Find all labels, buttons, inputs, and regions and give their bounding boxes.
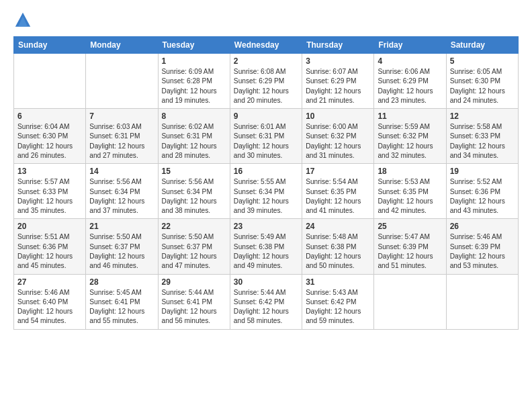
logo	[13, 11, 35, 30]
calendar-cell: 24Sunrise: 5:48 AM Sunset: 6:38 PM Dayli…	[302, 219, 374, 274]
day-info: Sunrise: 5:43 AM Sunset: 6:42 PM Dayligh…	[306, 288, 370, 326]
calendar-cell: 19Sunrise: 5:52 AM Sunset: 6:36 PM Dayli…	[446, 164, 518, 219]
day-header: Monday	[86, 37, 158, 54]
day-info: Sunrise: 5:55 AM Sunset: 6:34 PM Dayligh…	[234, 177, 298, 216]
day-info: Sunrise: 6:01 AM Sunset: 6:31 PM Dayligh…	[234, 122, 298, 161]
calendar-cell: 12Sunrise: 5:58 AM Sunset: 6:33 PM Dayli…	[446, 109, 518, 164]
day-number: 29	[162, 277, 226, 287]
calendar-cell: 15Sunrise: 5:56 AM Sunset: 6:34 PM Dayli…	[158, 164, 230, 219]
calendar-cell: 20Sunrise: 5:51 AM Sunset: 6:36 PM Dayli…	[14, 219, 86, 274]
calendar-cell: 2Sunrise: 6:08 AM Sunset: 6:29 PM Daylig…	[230, 54, 302, 109]
calendar-cell: 21Sunrise: 5:50 AM Sunset: 6:37 PM Dayli…	[86, 219, 158, 274]
day-info: Sunrise: 5:54 AM Sunset: 6:35 PM Dayligh…	[306, 177, 370, 216]
calendar-cell: 18Sunrise: 5:53 AM Sunset: 6:35 PM Dayli…	[374, 164, 446, 219]
day-number: 16	[234, 167, 298, 176]
day-info: Sunrise: 6:08 AM Sunset: 6:29 PM Dayligh…	[234, 67, 298, 105]
calendar-cell: 23Sunrise: 5:49 AM Sunset: 6:38 PM Dayli…	[230, 219, 302, 274]
calendar-cell: 7Sunrise: 6:03 AM Sunset: 6:31 PM Daylig…	[86, 109, 158, 164]
day-info: Sunrise: 5:53 AM Sunset: 6:35 PM Dayligh…	[378, 177, 442, 216]
day-number: 6	[17, 111, 82, 121]
logo-icon	[13, 11, 32, 30]
day-number: 15	[162, 167, 226, 176]
day-info: Sunrise: 6:07 AM Sunset: 6:29 PM Dayligh…	[306, 67, 370, 105]
week-row: 6Sunrise: 6:04 AM Sunset: 6:30 PM Daylig…	[14, 109, 519, 164]
week-row: 27Sunrise: 5:46 AM Sunset: 6:40 PM Dayli…	[14, 274, 519, 329]
week-row: 20Sunrise: 5:51 AM Sunset: 6:36 PM Dayli…	[14, 219, 519, 274]
calendar-cell: 4Sunrise: 6:06 AM Sunset: 6:29 PM Daylig…	[374, 54, 446, 109]
page: SundayMondayTuesdayWednesdayThursdayFrid…	[0, 0, 532, 411]
calendar-cell: 25Sunrise: 5:47 AM Sunset: 6:39 PM Dayli…	[374, 219, 446, 274]
day-number: 9	[234, 111, 298, 121]
calendar-cell: 30Sunrise: 5:44 AM Sunset: 6:42 PM Dayli…	[230, 274, 302, 329]
day-info: Sunrise: 5:50 AM Sunset: 6:37 PM Dayligh…	[89, 232, 154, 271]
calendar-cell: 3Sunrise: 6:07 AM Sunset: 6:29 PM Daylig…	[302, 54, 374, 109]
day-number: 31	[306, 277, 370, 287]
day-info: Sunrise: 5:44 AM Sunset: 6:41 PM Dayligh…	[162, 288, 226, 326]
calendar-cell	[14, 54, 86, 109]
day-info: Sunrise: 5:47 AM Sunset: 6:39 PM Dayligh…	[378, 232, 442, 271]
calendar-cell: 14Sunrise: 5:56 AM Sunset: 6:34 PM Dayli…	[86, 164, 158, 219]
day-number: 20	[17, 222, 82, 231]
day-info: Sunrise: 6:02 AM Sunset: 6:31 PM Dayligh…	[162, 122, 226, 161]
day-info: Sunrise: 5:45 AM Sunset: 6:41 PM Dayligh…	[89, 288, 154, 326]
calendar-cell: 11Sunrise: 5:59 AM Sunset: 6:32 PM Dayli…	[374, 109, 446, 164]
day-number: 17	[306, 167, 370, 176]
day-number: 5	[450, 56, 515, 66]
day-info: Sunrise: 5:59 AM Sunset: 6:32 PM Dayligh…	[378, 122, 442, 161]
calendar-cell: 13Sunrise: 5:57 AM Sunset: 6:33 PM Dayli…	[14, 164, 86, 219]
day-info: Sunrise: 6:04 AM Sunset: 6:30 PM Dayligh…	[17, 122, 82, 161]
day-number: 27	[17, 277, 82, 287]
week-row: 1Sunrise: 6:09 AM Sunset: 6:28 PM Daylig…	[14, 54, 519, 109]
day-number: 22	[162, 222, 226, 231]
day-info: Sunrise: 5:44 AM Sunset: 6:42 PM Dayligh…	[234, 288, 298, 326]
day-headers-row: SundayMondayTuesdayWednesdayThursdayFrid…	[14, 37, 519, 54]
day-number: 14	[89, 167, 154, 176]
day-info: Sunrise: 5:58 AM Sunset: 6:33 PM Dayligh…	[450, 122, 515, 161]
day-info: Sunrise: 6:00 AM Sunset: 6:32 PM Dayligh…	[306, 122, 370, 161]
calendar-cell	[446, 274, 518, 329]
day-number: 23	[234, 222, 298, 231]
day-number: 8	[162, 111, 226, 121]
day-info: Sunrise: 5:48 AM Sunset: 6:38 PM Dayligh…	[306, 232, 370, 271]
header	[13, 11, 519, 30]
calendar-cell: 8Sunrise: 6:02 AM Sunset: 6:31 PM Daylig…	[158, 109, 230, 164]
day-info: Sunrise: 5:46 AM Sunset: 6:40 PM Dayligh…	[17, 288, 82, 326]
calendar-cell: 28Sunrise: 5:45 AM Sunset: 6:41 PM Dayli…	[86, 274, 158, 329]
day-info: Sunrise: 5:52 AM Sunset: 6:36 PM Dayligh…	[450, 177, 515, 216]
calendar-cell: 22Sunrise: 5:50 AM Sunset: 6:37 PM Dayli…	[158, 219, 230, 274]
day-info: Sunrise: 5:50 AM Sunset: 6:37 PM Dayligh…	[162, 232, 226, 271]
day-number: 4	[378, 56, 442, 66]
day-header: Tuesday	[158, 37, 230, 54]
day-number: 24	[306, 222, 370, 231]
calendar-cell	[374, 274, 446, 329]
day-info: Sunrise: 5:46 AM Sunset: 6:39 PM Dayligh…	[450, 232, 515, 271]
day-number: 7	[89, 111, 154, 121]
day-number: 30	[234, 277, 298, 287]
day-number: 25	[378, 222, 442, 231]
week-row: 13Sunrise: 5:57 AM Sunset: 6:33 PM Dayli…	[14, 164, 519, 219]
day-number: 13	[17, 167, 82, 176]
day-number: 10	[306, 111, 370, 121]
calendar-cell: 9Sunrise: 6:01 AM Sunset: 6:31 PM Daylig…	[230, 109, 302, 164]
day-info: Sunrise: 6:05 AM Sunset: 6:30 PM Dayligh…	[450, 67, 515, 105]
day-number: 3	[306, 56, 370, 66]
day-number: 12	[450, 111, 515, 121]
day-number: 1	[162, 56, 226, 66]
day-number: 19	[450, 167, 515, 176]
calendar-cell: 26Sunrise: 5:46 AM Sunset: 6:39 PM Dayli…	[446, 219, 518, 274]
day-header: Saturday	[446, 37, 518, 54]
day-header: Friday	[374, 37, 446, 54]
calendar-cell	[86, 54, 158, 109]
day-number: 2	[234, 56, 298, 66]
day-header: Sunday	[14, 37, 86, 54]
day-info: Sunrise: 6:03 AM Sunset: 6:31 PM Dayligh…	[89, 122, 154, 161]
day-info: Sunrise: 5:56 AM Sunset: 6:34 PM Dayligh…	[89, 177, 154, 216]
day-info: Sunrise: 6:09 AM Sunset: 6:28 PM Dayligh…	[162, 67, 226, 105]
day-number: 18	[378, 167, 442, 176]
day-info: Sunrise: 5:56 AM Sunset: 6:34 PM Dayligh…	[162, 177, 226, 216]
day-info: Sunrise: 5:51 AM Sunset: 6:36 PM Dayligh…	[17, 232, 82, 271]
day-number: 11	[378, 111, 442, 121]
calendar-cell: 29Sunrise: 5:44 AM Sunset: 6:41 PM Dayli…	[158, 274, 230, 329]
calendar-cell: 16Sunrise: 5:55 AM Sunset: 6:34 PM Dayli…	[230, 164, 302, 219]
day-number: 21	[89, 222, 154, 231]
